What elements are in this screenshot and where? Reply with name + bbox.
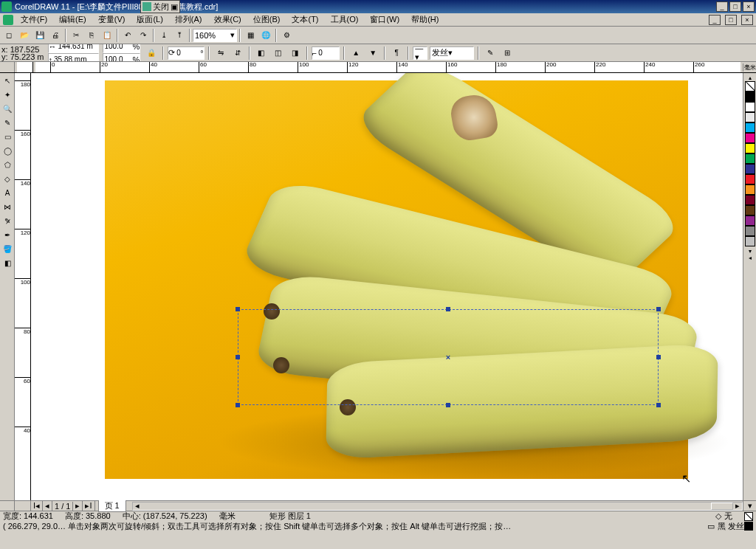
color-swatch[interactable] bbox=[745, 184, 755, 195]
mirror-v-button[interactable]: ⇵ bbox=[230, 46, 245, 61]
vscroll-down-button[interactable]: ▾ bbox=[743, 501, 756, 511]
palette-up-button[interactable]: ▴ bbox=[749, 75, 752, 81]
outline-width-combo[interactable]: 发丝▾ bbox=[430, 46, 474, 60]
lock-aspect-button[interactable]: 🔒 bbox=[144, 46, 159, 61]
selection-rectangle[interactable]: × bbox=[238, 309, 659, 405]
text-tool[interactable]: A bbox=[1, 186, 14, 199]
new-button[interactable]: ◻ bbox=[1, 28, 16, 43]
color-swatch[interactable] bbox=[745, 174, 755, 184]
undo-button[interactable]: ↶ bbox=[120, 28, 135, 43]
interactive-fill-tool[interactable]: ◧ bbox=[1, 256, 14, 269]
size-fields[interactable]: ↔ ↕ bbox=[48, 44, 99, 62]
floating-close-bar[interactable]: 关闭 ▣ bbox=[140, 0, 180, 13]
rotation-field[interactable]: ⟳° bbox=[168, 46, 204, 60]
next-page-button[interactable]: ▸ bbox=[73, 501, 83, 511]
outline-tool[interactable]: ✒ bbox=[1, 228, 14, 241]
doc-close-button[interactable]: × bbox=[743, 1, 755, 12]
outline-style-combo[interactable]: —▾ bbox=[413, 46, 427, 60]
rectangle-tool[interactable]: ▭ bbox=[1, 130, 14, 143]
ruler-vertical[interactable]: 180160140120100806040 bbox=[15, 73, 31, 500]
handle-ml[interactable] bbox=[236, 355, 240, 359]
pick-tool[interactable]: ↖ bbox=[1, 74, 14, 87]
status-fill-swatch[interactable] bbox=[744, 512, 753, 521]
wrap-text-button[interactable]: ¶ bbox=[389, 46, 404, 61]
zoom-combo[interactable]: 160%▾ bbox=[193, 29, 237, 42]
handle-tr[interactable] bbox=[656, 307, 661, 311]
horizontal-scrollbar[interactable]: ◂ ▸ bbox=[132, 502, 743, 511]
status-outline-swatch[interactable] bbox=[744, 522, 753, 531]
paste-button[interactable]: 📋 bbox=[100, 28, 114, 43]
canvas[interactable]: × ↖ bbox=[31, 73, 743, 500]
color-swatch[interactable] bbox=[745, 92, 755, 102]
handle-bm[interactable] bbox=[446, 403, 450, 407]
width-input[interactable] bbox=[57, 44, 98, 50]
color-swatch[interactable] bbox=[745, 153, 755, 164]
freehand-tool[interactable]: ✎ bbox=[1, 116, 14, 129]
menu-edit[interactable]: 编辑(E) bbox=[55, 13, 91, 26]
corner-radius-field[interactable]: ⌐ bbox=[312, 46, 340, 60]
zoom-tool[interactable]: 🔍 bbox=[1, 102, 14, 115]
doc-restore-button[interactable]: □ bbox=[729, 1, 741, 12]
app-close-button[interactable]: × bbox=[741, 15, 753, 25]
first-page-button[interactable]: I◂ bbox=[31, 501, 43, 511]
fill-tool[interactable]: 🪣 bbox=[1, 242, 14, 255]
basic-shapes-tool[interactable]: ◇ bbox=[1, 172, 14, 185]
ellipse-tool[interactable]: ◯ bbox=[1, 144, 14, 157]
save-button[interactable]: 💾 bbox=[32, 28, 47, 43]
align-center-button[interactable]: ◫ bbox=[271, 46, 286, 61]
menu-arrange[interactable]: 排列(A) bbox=[171, 13, 207, 26]
menu-layout[interactable]: 版面(L) bbox=[132, 13, 167, 26]
handle-tm[interactable] bbox=[446, 307, 450, 311]
handle-tl[interactable] bbox=[236, 307, 240, 311]
cut-button[interactable]: ✂ bbox=[69, 28, 83, 43]
floatbar-extra-icon[interactable]: ▣ bbox=[171, 2, 178, 12]
color-swatch[interactable] bbox=[745, 122, 755, 133]
align-right-button[interactable]: ◨ bbox=[288, 46, 303, 61]
convert-curves-button[interactable]: ✎ bbox=[483, 46, 498, 61]
import-button[interactable]: ⤓ bbox=[157, 28, 171, 43]
last-page-button[interactable]: ▸I bbox=[83, 501, 94, 511]
options-button[interactable]: ⚙ bbox=[279, 28, 294, 43]
doc-minimize-button[interactable]: _ bbox=[716, 1, 728, 12]
handle-br[interactable] bbox=[656, 403, 661, 407]
color-swatch[interactable] bbox=[745, 205, 755, 215]
height-input[interactable] bbox=[52, 55, 94, 62]
scale-x-input[interactable] bbox=[103, 44, 133, 50]
color-swatch[interactable] bbox=[745, 195, 755, 205]
app-restore-button[interactable]: □ bbox=[725, 15, 737, 25]
print-button[interactable]: 🖨 bbox=[48, 28, 63, 43]
app-minimize-button[interactable]: _ bbox=[709, 15, 721, 25]
to-back-button[interactable]: ▼ bbox=[365, 46, 380, 61]
mirror-h-button[interactable]: ⇋ bbox=[213, 46, 228, 61]
blend-tool[interactable]: ⋈ bbox=[1, 200, 14, 213]
palette-flyout-button[interactable]: ◂ bbox=[749, 255, 752, 261]
handle-mr[interactable] bbox=[656, 355, 661, 359]
menu-effects[interactable]: 效果(C) bbox=[210, 13, 246, 26]
polygon-tool[interactable]: ⬠ bbox=[1, 158, 14, 171]
color-swatch[interactable] bbox=[745, 112, 755, 122]
menu-file[interactable]: 文件(F) bbox=[16, 13, 52, 26]
no-fill-swatch[interactable] bbox=[745, 81, 755, 92]
prev-page-button[interactable]: ◂ bbox=[43, 501, 52, 511]
ruler-horizontal[interactable]: 020406080100120140160180200220240260 bbox=[35, 62, 740, 73]
menu-bitmap[interactable]: 位图(B) bbox=[249, 13, 285, 26]
menu-window[interactable]: 窗口(W) bbox=[365, 13, 404, 26]
menu-help[interactable]: 帮助(H) bbox=[407, 13, 443, 26]
scale-fields[interactable]: % % bbox=[103, 44, 141, 62]
redo-button[interactable]: ↷ bbox=[136, 28, 151, 43]
shape-tool[interactable]: ✦ bbox=[1, 88, 14, 101]
color-swatch[interactable] bbox=[745, 236, 755, 246]
to-front-button[interactable]: ▲ bbox=[348, 46, 363, 61]
color-swatch[interactable] bbox=[745, 102, 755, 112]
align-left-button[interactable]: ◧ bbox=[254, 46, 269, 61]
selection-center-icon[interactable]: × bbox=[444, 353, 452, 361]
menu-tools[interactable]: 工具(O) bbox=[326, 13, 363, 26]
menu-text[interactable]: 文本(T) bbox=[287, 13, 323, 26]
scale-y-input[interactable] bbox=[103, 55, 133, 62]
options-prop-button[interactable]: ⊞ bbox=[500, 46, 515, 61]
copy-button[interactable]: ⎘ bbox=[84, 28, 99, 43]
eyedropper-tool[interactable]: ✎̷ bbox=[1, 214, 14, 227]
color-swatch[interactable] bbox=[745, 164, 755, 174]
menu-var[interactable]: 变量(V) bbox=[94, 13, 130, 26]
bitmap-image[interactable] bbox=[105, 80, 688, 479]
